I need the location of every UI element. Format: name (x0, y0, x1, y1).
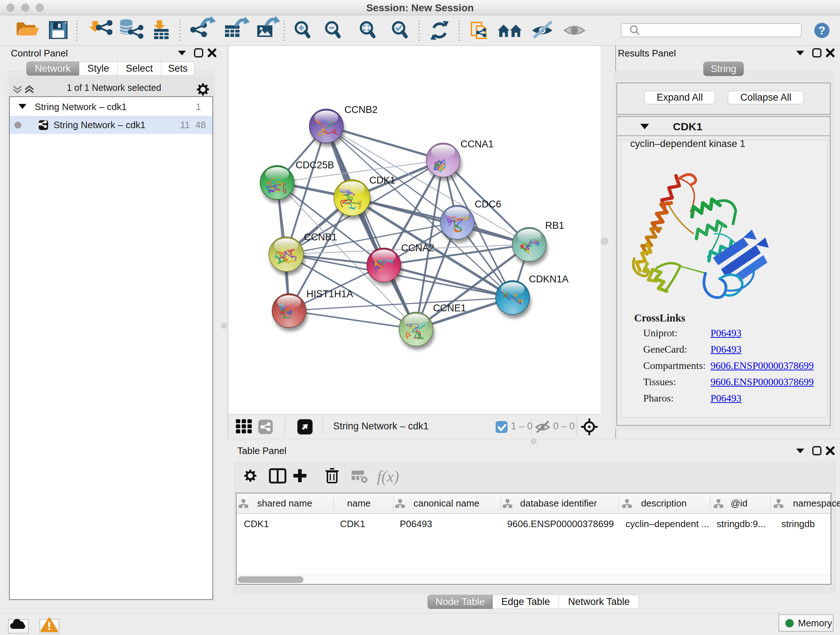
svg-text:CCNB2: CCNB2 (344, 104, 378, 115)
svg-text:CDC6: CDC6 (475, 199, 501, 210)
svg-text:HIST1H1A: HIST1H1A (306, 288, 353, 299)
svg-text:CDKN1A: CDKN1A (529, 274, 569, 285)
svg-text:RB1: RB1 (545, 220, 564, 231)
svg-text:CCNA1: CCNA1 (461, 139, 494, 149)
svg-text:CCNA2: CCNA2 (401, 242, 434, 253)
svg-text:CDK1: CDK1 (369, 175, 395, 186)
svg-text:CCNE1: CCNE1 (433, 302, 466, 314)
svg-text:CCNB1: CCNB1 (304, 232, 337, 242)
svg-text:CDC25B: CDC25B (295, 160, 334, 171)
